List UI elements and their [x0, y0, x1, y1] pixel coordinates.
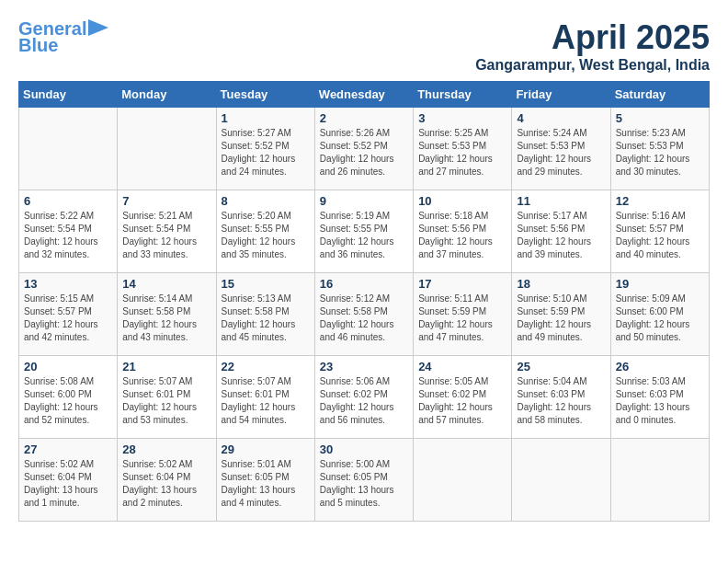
day-info: Sunrise: 5:16 AM Sunset: 5:57 PM Dayligh… [616, 210, 704, 261]
day-info: Sunrise: 5:22 AM Sunset: 5:54 PM Dayligh… [24, 210, 112, 261]
day-info: Sunrise: 5:13 AM Sunset: 5:58 PM Dayligh… [222, 293, 310, 344]
day-info: Sunrise: 5:01 AM Sunset: 6:05 PM Dayligh… [222, 458, 310, 510]
day-number: 19 [616, 277, 704, 291]
weekday-header-saturday: Saturday [610, 82, 709, 108]
day-info: Sunrise: 5:09 AM Sunset: 6:00 PM Dayligh… [616, 293, 704, 344]
calendar-header-row: SundayMondayTuesdayWednesdayThursdayFrid… [19, 82, 710, 108]
calendar-cell: 10Sunrise: 5:18 AM Sunset: 5:56 PM Dayli… [414, 190, 512, 273]
month-year-title: April 2025 [475, 18, 710, 57]
day-info: Sunrise: 5:03 AM Sunset: 6:03 PM Dayligh… [616, 375, 704, 427]
day-info: Sunrise: 5:27 AM Sunset: 5:52 PM Dayligh… [222, 127, 310, 178]
location-subtitle: Gangarampur, West Bengal, India [475, 57, 710, 74]
day-info: Sunrise: 5:00 AM Sunset: 6:05 PM Dayligh… [320, 458, 408, 510]
calendar-cell: 1Sunrise: 5:27 AM Sunset: 5:52 PM Daylig… [216, 108, 314, 190]
calendar-cell: 27Sunrise: 5:02 AM Sunset: 6:04 PM Dayli… [19, 439, 118, 522]
day-number: 10 [418, 194, 506, 208]
calendar-week-row: 13Sunrise: 5:15 AM Sunset: 5:57 PM Dayli… [19, 273, 710, 356]
calendar-cell: 21Sunrise: 5:07 AM Sunset: 6:01 PM Dayli… [118, 356, 216, 439]
day-number: 7 [122, 194, 210, 208]
calendar-cell: 19Sunrise: 5:09 AM Sunset: 6:00 PM Dayli… [610, 273, 709, 356]
weekday-header-thursday: Thursday [414, 82, 512, 108]
day-number: 9 [320, 194, 408, 208]
day-number: 27 [24, 442, 112, 456]
day-number: 17 [418, 277, 506, 291]
calendar-cell [118, 108, 216, 190]
calendar-week-row: 27Sunrise: 5:02 AM Sunset: 6:04 PM Dayli… [19, 439, 710, 522]
svg-marker-0 [88, 19, 108, 36]
weekday-header-wednesday: Wednesday [314, 82, 413, 108]
calendar-cell: 3Sunrise: 5:25 AM Sunset: 5:53 PM Daylig… [414, 108, 512, 190]
day-info: Sunrise: 5:02 AM Sunset: 6:04 PM Dayligh… [24, 458, 112, 510]
day-number: 6 [24, 194, 112, 208]
logo-blue: Blue [18, 35, 58, 55]
calendar-cell [610, 439, 709, 522]
day-number: 24 [418, 360, 506, 373]
day-info: Sunrise: 5:08 AM Sunset: 6:00 PM Dayligh… [24, 375, 112, 427]
calendar-cell: 12Sunrise: 5:16 AM Sunset: 5:57 PM Dayli… [610, 190, 709, 273]
calendar-cell: 14Sunrise: 5:14 AM Sunset: 5:58 PM Dayli… [118, 273, 216, 356]
calendar-cell: 23Sunrise: 5:06 AM Sunset: 6:02 PM Dayli… [314, 356, 413, 439]
day-info: Sunrise: 5:07 AM Sunset: 6:01 PM Dayligh… [122, 375, 210, 427]
day-number: 16 [320, 277, 408, 291]
calendar-cell: 2Sunrise: 5:26 AM Sunset: 5:52 PM Daylig… [314, 108, 413, 190]
calendar-cell: 11Sunrise: 5:17 AM Sunset: 5:56 PM Dayli… [512, 190, 610, 273]
weekday-header-sunday: Sunday [19, 82, 118, 108]
day-number: 18 [517, 277, 605, 291]
calendar-table: SundayMondayTuesdayWednesdayThursdayFrid… [18, 81, 710, 522]
day-info: Sunrise: 5:11 AM Sunset: 5:59 PM Dayligh… [418, 293, 506, 344]
weekday-header-tuesday: Tuesday [216, 82, 314, 108]
day-number: 12 [616, 194, 704, 208]
day-info: Sunrise: 5:06 AM Sunset: 6:02 PM Dayligh… [320, 375, 408, 427]
calendar-cell [512, 439, 610, 522]
day-number: 3 [418, 111, 506, 125]
calendar-cell: 24Sunrise: 5:05 AM Sunset: 6:02 PM Dayli… [414, 356, 512, 439]
day-info: Sunrise: 5:02 AM Sunset: 6:04 PM Dayligh… [122, 458, 210, 510]
page-header: General Blue April 2025 Gangarampur, Wes… [18, 18, 710, 74]
calendar-cell: 5Sunrise: 5:23 AM Sunset: 5:53 PM Daylig… [610, 108, 709, 190]
day-number: 23 [320, 360, 408, 373]
day-info: Sunrise: 5:14 AM Sunset: 5:58 PM Dayligh… [122, 293, 210, 344]
day-number: 1 [222, 111, 310, 125]
calendar-cell: 8Sunrise: 5:20 AM Sunset: 5:55 PM Daylig… [216, 190, 314, 273]
calendar-cell: 17Sunrise: 5:11 AM Sunset: 5:59 PM Dayli… [414, 273, 512, 356]
day-number: 20 [24, 360, 112, 373]
day-info: Sunrise: 5:07 AM Sunset: 6:01 PM Dayligh… [222, 375, 310, 427]
day-info: Sunrise: 5:18 AM Sunset: 5:56 PM Dayligh… [418, 210, 506, 261]
day-info: Sunrise: 5:21 AM Sunset: 5:54 PM Dayligh… [122, 210, 210, 261]
calendar-cell: 7Sunrise: 5:21 AM Sunset: 5:54 PM Daylig… [118, 190, 216, 273]
day-number: 15 [222, 277, 310, 291]
day-number: 25 [517, 360, 605, 373]
day-number: 22 [222, 360, 310, 373]
day-number: 29 [222, 442, 310, 456]
calendar-cell: 25Sunrise: 5:04 AM Sunset: 6:03 PM Dayli… [512, 356, 610, 439]
calendar-cell: 30Sunrise: 5:00 AM Sunset: 6:05 PM Dayli… [314, 439, 413, 522]
calendar-cell [414, 439, 512, 522]
day-info: Sunrise: 5:10 AM Sunset: 5:59 PM Dayligh… [517, 293, 605, 344]
day-number: 30 [320, 442, 408, 456]
calendar-cell: 6Sunrise: 5:22 AM Sunset: 5:54 PM Daylig… [19, 190, 118, 273]
calendar-cell: 26Sunrise: 5:03 AM Sunset: 6:03 PM Dayli… [610, 356, 709, 439]
day-number: 13 [24, 277, 112, 291]
day-number: 14 [122, 277, 210, 291]
day-number: 28 [122, 442, 210, 456]
calendar-cell [19, 108, 118, 190]
day-number: 4 [517, 111, 605, 125]
calendar-cell: 20Sunrise: 5:08 AM Sunset: 6:00 PM Dayli… [19, 356, 118, 439]
day-number: 21 [122, 360, 210, 373]
day-info: Sunrise: 5:26 AM Sunset: 5:52 PM Dayligh… [320, 127, 408, 178]
calendar-week-row: 20Sunrise: 5:08 AM Sunset: 6:00 PM Dayli… [19, 356, 710, 439]
logo-arrow-icon [88, 19, 108, 36]
day-number: 5 [616, 111, 704, 125]
day-number: 8 [222, 194, 310, 208]
calendar-week-row: 6Sunrise: 5:22 AM Sunset: 5:54 PM Daylig… [19, 190, 710, 273]
day-info: Sunrise: 5:12 AM Sunset: 5:58 PM Dayligh… [320, 293, 408, 344]
calendar-cell: 28Sunrise: 5:02 AM Sunset: 6:04 PM Dayli… [118, 439, 216, 522]
calendar-cell: 15Sunrise: 5:13 AM Sunset: 5:58 PM Dayli… [216, 273, 314, 356]
calendar-cell: 4Sunrise: 5:24 AM Sunset: 5:53 PM Daylig… [512, 108, 610, 190]
day-info: Sunrise: 5:15 AM Sunset: 5:57 PM Dayligh… [24, 293, 112, 344]
day-info: Sunrise: 5:23 AM Sunset: 5:53 PM Dayligh… [616, 127, 704, 178]
calendar-cell: 29Sunrise: 5:01 AM Sunset: 6:05 PM Dayli… [216, 439, 314, 522]
day-info: Sunrise: 5:25 AM Sunset: 5:53 PM Dayligh… [418, 127, 506, 178]
day-info: Sunrise: 5:20 AM Sunset: 5:55 PM Dayligh… [222, 210, 310, 261]
calendar-cell: 9Sunrise: 5:19 AM Sunset: 5:55 PM Daylig… [314, 190, 413, 273]
